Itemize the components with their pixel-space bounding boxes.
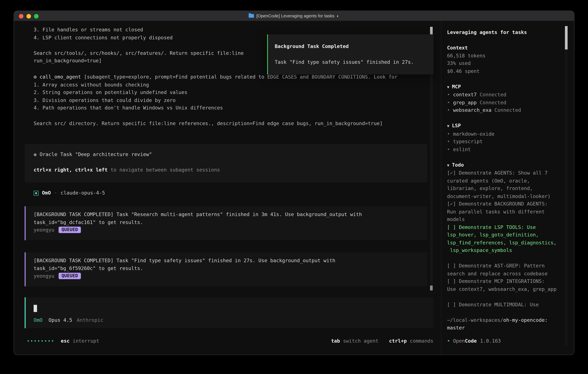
workspace-path-line: ~/local-workspaces/oh-my-opencode: <box>447 316 567 324</box>
provider-label: Anthropic <box>77 317 103 323</box>
lsp-item: •typescript <box>447 138 567 146</box>
agent-model: claude-opus-4-5 <box>61 189 105 197</box>
tool-call-list-item: 2. String operations on potentially unde… <box>33 89 428 97</box>
scrollback-line: Search src/tools/, src/hooks/, src/featu… <box>33 49 243 57</box>
bullet-icon: • <box>447 139 450 144</box>
terminal-window: [OpenCode] Leveraging agents for tasks ◐… <box>14 10 574 355</box>
todo-line: [ ] Demonstrate MCP INTEGRATIONS: <box>447 278 567 285</box>
todo-line: Run parallel tasks with different <box>447 208 567 216</box>
bullet-icon: • <box>447 338 450 343</box>
todo-item-active: [ ] Demonstrate LSP TOOLS: Use lsp_hover… <box>447 223 567 254</box>
lsp-name: markdown-oxide <box>453 131 494 136</box>
chevron-down-icon: ▼ <box>447 85 449 89</box>
workspace-repo: oh-my-opencode: <box>503 317 548 323</box>
main-scrollbar-thumb[interactable] <box>430 27 433 35</box>
context-used: 33% used <box>447 60 567 68</box>
mcp-item: •websearch_exa Connected <box>447 107 567 114</box>
task-message-line: [BACKGROUND TASK COMPLETED] Task "Find t… <box>33 257 427 265</box>
mcp-name: context7 <box>453 92 477 97</box>
tab-key-hint: tab <box>331 338 340 343</box>
bullet-icon: • <box>447 92 450 97</box>
active-agent-label: OmO <box>33 317 42 323</box>
context-spent: $0.46 spent <box>447 67 567 75</box>
tool-call-args: [subagent_type=explore, prompt=Find pote… <box>81 74 398 80</box>
status-bar: ••••••••escinterrupt tabswitch agent ctr… <box>27 337 433 345</box>
todo-line: [ ] Demonstrate MULTIMODAL: Use <box>447 301 567 309</box>
todo-line: [ ] Demonstrate AST-GREP: Pattern <box>447 262 567 270</box>
bullet-icon: • <box>447 107 450 113</box>
ctrlp-key-label: commands <box>410 338 433 343</box>
agent-header: OmO · claude-opus-4-5 <box>33 189 105 197</box>
lsp-item: •eslint <box>447 146 567 154</box>
bullet-icon: • <box>447 100 450 105</box>
statusbar-right: tabswitch agent ctrl+pcommands <box>324 337 433 345</box>
lsp-heading: LSP <box>452 123 461 128</box>
username: yeongyu <box>33 273 54 279</box>
status-badge: QUEUED <box>58 273 81 279</box>
mcp-item: •grep_app Connected <box>447 99 567 107</box>
traffic-lights <box>19 14 39 18</box>
window-title-group: [OpenCode] Leveraging agents for tasks ◐ <box>249 12 339 20</box>
separator-dot: · <box>54 189 57 197</box>
task-message-line: task_id="bg_dcfac161" to get results. <box>33 218 427 226</box>
mcp-name: websearch_exa <box>453 107 492 113</box>
prompt-input[interactable]: OmOOpus 4.5Anthropic <box>25 297 433 328</box>
lsp-name: eslint <box>453 146 471 152</box>
tool-call-name: ⚙ call_omo_agent <box>33 74 81 80</box>
todo-line: librarian, explore, frontend, <box>447 185 567 193</box>
oracle-task-panel[interactable]: ◉Oracle Task "Deep architecture review" … <box>25 144 427 182</box>
todo-line: lsp_hover, lsp_goto_definition, <box>447 231 567 239</box>
lsp-name: typescript <box>453 139 483 144</box>
statusbar-left: ••••••••escinterrupt <box>27 337 99 345</box>
hint-text: to navigate between subagent sessions <box>108 167 220 173</box>
minimize-button[interactable] <box>26 14 31 18</box>
lsp-section: ▼LSP •markdown-oxide •typescript •eslint <box>447 122 567 154</box>
window-content: 3. File handles or streams not closed 4.… <box>14 21 574 355</box>
close-button[interactable] <box>19 14 23 18</box>
lsp-heading-row[interactable]: ▼LSP <box>447 122 567 130</box>
ctrlp-key-hint: ctrl+p <box>389 338 407 343</box>
scrollback-line: run_in_background=true] <box>33 57 243 65</box>
username: yeongyu <box>33 227 54 233</box>
session-title: Leveraging agents for tasks <box>447 29 567 36</box>
scrollback-line <box>33 42 243 49</box>
bullet-icon: • <box>447 146 450 152</box>
scrollback-text: 3. File handles or streams not closed 4.… <box>33 26 243 65</box>
background-task-toast[interactable]: Background Task Completed Task "Find typ… <box>267 34 433 74</box>
sidebar-scrollbar-thumb[interactable] <box>565 26 567 50</box>
main-scrollbar-end[interactable] <box>430 286 433 291</box>
window-titlebar[interactable]: [OpenCode] Leveraging agents for tasks ◐ <box>14 11 574 21</box>
todo-heading-row[interactable]: ▼Todo <box>447 161 567 169</box>
esc-key-label: interrupt <box>73 338 99 343</box>
maximize-button[interactable] <box>34 14 39 18</box>
window-title: [OpenCode] Leveraging agents for tasks <box>256 12 334 20</box>
context-tokens: 66,518 tokens <box>447 52 567 60</box>
todo-item: [✓] Demonstrate AGENTS: Show all 7 curat… <box>447 169 567 200</box>
lsp-item: •markdown-oxide <box>447 130 567 138</box>
oracle-task-title-line: ◉Oracle Task "Deep architecture review" <box>33 151 418 158</box>
sidebar-scrollbar-track[interactable] <box>565 26 567 345</box>
bullet-icon: • <box>447 131 450 136</box>
todo-line: search and replace across codebase <box>447 270 567 278</box>
esc-key-hint: esc <box>61 338 70 343</box>
todo-item: [✓] Demonstrate BACKGROUND AGENTS: Run p… <box>447 200 567 223</box>
toast-title: Background Task Completed <box>275 43 427 51</box>
todo-line: lsp_workspace_symbols <box>447 247 567 255</box>
app-name-dim: Open <box>453 338 465 343</box>
task-message-line: [BACKGROUND TASK COMPLETED] Task "Resear… <box>33 211 427 218</box>
todo-line: [ ] Demonstrate LSP TOOLS: Use <box>447 223 567 231</box>
git-branch: master <box>447 324 567 332</box>
tool-call-block: ⚙ call_omo_agent [subagent_type=explore,… <box>33 73 428 128</box>
workspace-info: ~/local-workspaces/oh-my-opencode: maste… <box>447 316 567 332</box>
todo-item: [ ] Demonstrate MCP INTEGRATIONS: Use co… <box>447 278 567 293</box>
todo-line: lsp_find_references, lsp_diagnostics, <box>447 239 567 247</box>
record-dot-icon: ◉ <box>33 151 36 157</box>
todo-section: ▼Todo [✓] Demonstrate AGENTS: Show all 7… <box>447 161 567 309</box>
mcp-status: Connected <box>494 107 521 113</box>
workspace-path: ~/local-workspaces/ <box>447 317 503 323</box>
folder-icon <box>249 14 254 18</box>
todo-line: models <box>447 216 567 223</box>
status-badge: QUEUED <box>58 227 81 233</box>
mcp-heading-row[interactable]: ▼MCP <box>447 83 567 91</box>
blank-line <box>33 158 418 166</box>
